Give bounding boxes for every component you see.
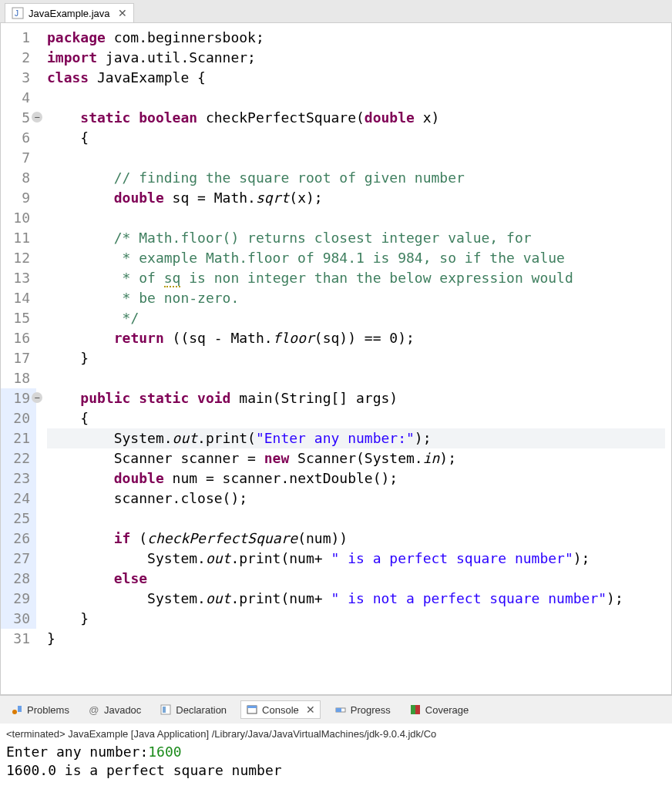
line-number: 2 <box>1 48 36 68</box>
code-line[interactable]: else <box>47 569 665 589</box>
code-line[interactable]: System.out.print("Enter any number:"); <box>47 428 665 448</box>
code-line[interactable]: * of sq is non integer than the below ex… <box>47 268 665 288</box>
line-number: 24 <box>1 489 36 509</box>
line-number: 19− <box>1 388 36 408</box>
code-line[interactable]: static boolean checkPerfectSquare(double… <box>47 108 665 128</box>
console-input-echo: 1600 <box>148 744 181 760</box>
line-number: 26 <box>1 529 36 549</box>
line-number: 23 <box>1 468 36 489</box>
javadoc-icon: @ <box>88 703 100 716</box>
code-area[interactable]: package com.beginnersbook;import java.ut… <box>41 23 671 694</box>
tab-progress[interactable]: Progress <box>330 701 395 718</box>
code-line[interactable]: } <box>47 629 665 649</box>
code-line[interactable] <box>47 208 665 228</box>
line-number: 6 <box>1 128 36 148</box>
declaration-icon <box>160 703 172 716</box>
line-number: 30 <box>1 609 36 629</box>
tab-coverage[interactable]: Coverage <box>405 701 473 718</box>
editor-tab-bar: J JavaExample.java ✕ <box>0 0 672 23</box>
bottom-view-tab-bar: Problems @ Javadoc Declaration Console ✕… <box>0 695 672 724</box>
code-line[interactable]: } <box>47 348 665 368</box>
line-number: 4 <box>1 88 36 108</box>
svg-rect-7 <box>247 706 257 708</box>
line-number: 13 <box>1 268 36 288</box>
code-line[interactable]: * be non-zero. <box>47 288 665 308</box>
code-line[interactable]: */ <box>47 308 665 328</box>
code-line[interactable]: class JavaExample { <box>47 68 665 88</box>
fold-toggle-icon[interactable]: − <box>32 392 42 403</box>
code-line[interactable]: double sq = Math.sqrt(x); <box>47 188 665 208</box>
code-line[interactable]: double num = scanner.nextDouble(); <box>47 468 665 489</box>
editor-tab-javaexample[interactable]: J JavaExample.java ✕ <box>5 3 134 22</box>
code-line[interactable]: * example Math.floor of 984.1 is 984, so… <box>47 248 665 268</box>
svg-rect-10 <box>411 705 415 714</box>
fold-toggle-icon[interactable]: − <box>32 112 42 123</box>
tab-javadoc[interactable]: @ Javadoc <box>83 701 146 718</box>
tab-label: Coverage <box>425 704 469 716</box>
java-file-icon: J <box>12 7 24 19</box>
code-line[interactable] <box>47 148 665 168</box>
line-number: 3 <box>1 68 36 88</box>
code-line[interactable]: Scanner scanner = new Scanner(System.in)… <box>47 448 665 468</box>
svg-rect-5 <box>163 707 166 713</box>
console-result: 1600.0 is a perfect square number <box>6 762 282 778</box>
line-number: 5− <box>1 108 36 128</box>
code-line[interactable]: // finding the square root of given numb… <box>47 168 665 188</box>
svg-text:J: J <box>15 9 18 18</box>
code-editor[interactable]: 12345−678910111213141516171819−202122232… <box>0 23 672 695</box>
problems-icon <box>11 703 23 716</box>
line-number: 28 <box>1 569 36 589</box>
code-line[interactable]: if (checkPerfectSquare(num)) <box>47 529 665 549</box>
code-line[interactable]: return ((sq - Math.floor(sq)) == 0); <box>47 328 665 348</box>
code-line[interactable]: { <box>47 408 665 428</box>
code-line[interactable]: } <box>47 609 665 629</box>
line-number: 15 <box>1 308 36 328</box>
tab-console[interactable]: Console ✕ <box>240 700 321 719</box>
line-number: 7 <box>1 148 36 168</box>
code-line[interactable]: package com.beginnersbook; <box>47 28 665 48</box>
console-prompt: Enter any number: <box>6 744 148 760</box>
tab-label: Console <box>262 704 299 716</box>
line-number: 31 <box>1 629 36 649</box>
svg-rect-11 <box>415 705 420 714</box>
close-icon[interactable]: ✕ <box>115 7 127 19</box>
line-number: 18 <box>1 368 36 388</box>
line-number: 20 <box>1 408 36 428</box>
line-number: 17 <box>1 348 36 368</box>
tab-label: Progress <box>351 704 391 716</box>
code-line[interactable] <box>47 88 665 108</box>
tab-label: Problems <box>27 704 69 716</box>
close-icon[interactable]: ✕ <box>303 703 315 716</box>
line-number: 21 <box>1 428 36 448</box>
line-number-gutter: 12345−678910111213141516171819−202122232… <box>1 23 41 694</box>
code-line[interactable]: /* Math.floor() returns closest integer … <box>47 228 665 248</box>
tab-label: Declaration <box>176 704 227 716</box>
line-number: 10 <box>1 208 36 228</box>
svg-point-2 <box>12 710 17 714</box>
code-line[interactable] <box>47 368 665 388</box>
code-line[interactable] <box>47 509 665 529</box>
svg-rect-3 <box>18 706 22 712</box>
tab-declaration[interactable]: Declaration <box>155 701 231 718</box>
line-number: 27 <box>1 549 36 569</box>
progress-icon <box>334 703 347 716</box>
console-output[interactable]: Enter any number:1600 1600.0 is a perfec… <box>0 741 672 789</box>
svg-rect-9 <box>336 708 341 712</box>
line-number: 8 <box>1 168 36 188</box>
code-line[interactable]: System.out.print(num+ " is a perfect squ… <box>47 549 665 569</box>
editor-tab-label: JavaExample.java <box>29 8 110 19</box>
code-line[interactable]: import java.util.Scanner; <box>47 48 665 68</box>
console-status: <terminated> JavaExample [Java Applicati… <box>0 724 672 741</box>
line-number: 9 <box>1 188 36 208</box>
line-number: 25 <box>1 509 36 529</box>
console-icon <box>246 703 258 716</box>
code-line[interactable]: { <box>47 128 665 148</box>
line-number: 11 <box>1 228 36 248</box>
code-line[interactable]: scanner.close(); <box>47 489 665 509</box>
tab-label: Javadoc <box>104 704 141 716</box>
line-number: 29 <box>1 589 36 609</box>
line-number: 1 <box>1 28 36 48</box>
tab-problems[interactable]: Problems <box>6 701 74 718</box>
code-line[interactable]: public static void main(String[] args) <box>47 388 665 408</box>
code-line[interactable]: System.out.print(num+ " is not a perfect… <box>47 589 665 609</box>
